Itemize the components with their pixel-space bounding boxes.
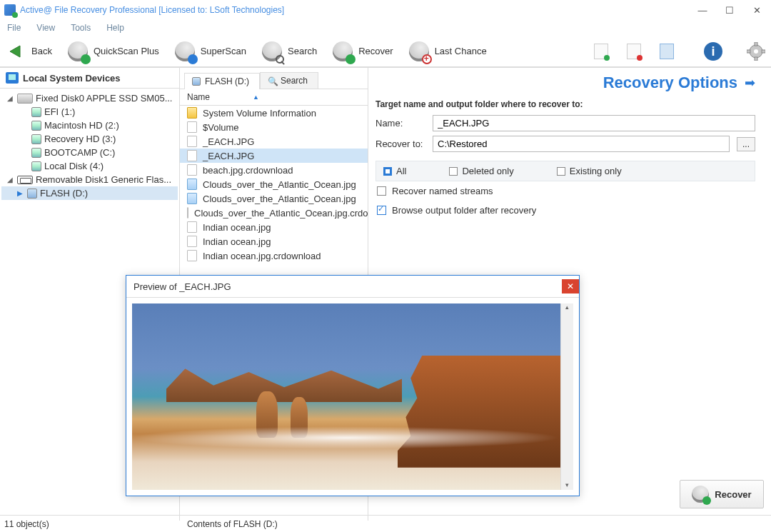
volume-icon — [27, 189, 37, 199]
doc-delete-icon[interactable] — [627, 44, 641, 59]
tab-flash[interactable]: FLASH (D:) — [184, 73, 260, 89]
file-row[interactable]: Clouds_over_the_Atlantic_Ocean.jpg — [180, 177, 368, 191]
file-name: _EACH.JPG — [203, 151, 254, 161]
monitor-icon — [6, 72, 19, 84]
tree-disk1-label: Removable Disk1 Generic Flas... — [36, 174, 171, 185]
filter-all-label: All — [396, 166, 406, 176]
named-streams-label: Recover named streams — [392, 186, 493, 196]
tree-disk0-label: Fixed Disk0 APPLE SSD SM05... — [36, 93, 172, 104]
status-object-count: 11 object(s) — [0, 519, 180, 529]
preview-window[interactable]: Preview of _EACH.JPG ✕ ▴ ▾ — [126, 275, 580, 496]
file-icon — [187, 121, 197, 133]
drive-icon — [175, 41, 195, 61]
maximize-button[interactable]: ☐ — [724, 5, 735, 16]
checkbox-icon — [377, 186, 386, 196]
tree-disk1[interactable]: ◢ Removable Disk1 Generic Flas... — [1, 173, 178, 186]
filter-deleted[interactable]: Deleted only — [449, 166, 513, 176]
recover-action-label: Recover — [715, 489, 751, 500]
tree-vol-bootcamp[interactable]: BOOTCAMP (C:) — [1, 146, 178, 159]
file-name: Clouds_over_the_Atlantic_Ocean.jpg.crdow… — [194, 208, 368, 219]
expand-arrow-icon[interactable]: ▶ — [17, 189, 24, 197]
vol-label: EFI (1:) — [44, 106, 75, 117]
close-button[interactable]: ✕ — [751, 5, 762, 16]
tree-vol-localdisk[interactable]: Local Disk (4:) — [1, 159, 178, 173]
tree-vol-efi[interactable]: EFI (1:) — [1, 105, 178, 119]
menu-view[interactable]: View — [36, 23, 55, 33]
browse-after-check[interactable]: Browse output folder after recovery — [376, 201, 755, 220]
preview-image — [132, 303, 560, 490]
file-row[interactable]: Indian ocean.jpg.crdownload — [180, 249, 368, 263]
preview-close-button[interactable]: ✕ — [562, 279, 579, 293]
collapse-arrow-icon[interactable]: ◢ — [7, 176, 14, 184]
column-header-name[interactable]: Name ▲ — [180, 89, 368, 106]
name-input[interactable] — [433, 115, 755, 131]
named-streams-check[interactable]: Recover named streams — [376, 181, 755, 201]
browse-button[interactable]: ... — [737, 137, 755, 151]
minimize-button[interactable]: — — [697, 5, 708, 16]
tree-vol-macintosh[interactable]: Macintosh HD (2:) — [1, 119, 178, 132]
drive-icon — [68, 41, 88, 61]
doc-ok-icon[interactable] — [594, 44, 608, 59]
filter-existing-label: Existing only — [570, 166, 622, 176]
recover-to-input[interactable] — [433, 136, 730, 152]
search-button[interactable]: Search — [262, 41, 317, 61]
menu-tools[interactable]: Tools — [71, 23, 91, 33]
recover-action-button[interactable]: Recover — [680, 480, 764, 508]
file-row[interactable]: $Volume — [180, 120, 368, 134]
vol-label: Local Disk (4:) — [44, 161, 104, 171]
doc-selected-icon[interactable] — [660, 44, 674, 59]
menu-file[interactable]: File — [7, 23, 21, 33]
quickscan-button[interactable]: QuickScan Plus — [68, 41, 159, 61]
file-name: Clouds_over_the_Atlantic_Ocean.jpg — [203, 194, 356, 204]
vol-label: Macintosh HD (2:) — [44, 120, 119, 131]
usb-icon — [17, 176, 33, 184]
back-button[interactable]: Back — [6, 41, 52, 61]
search-icon: 🔍 — [268, 76, 276, 85]
scroll-up-icon[interactable]: ▴ — [561, 303, 573, 311]
preview-scrollbar[interactable]: ▴ ▾ — [560, 303, 573, 490]
tree-disk0[interactable]: ◢ Fixed Disk0 APPLE SSD SM05... — [1, 91, 178, 105]
file-row[interactable]: Clouds_over_the_Atlantic_Ocean.jpg — [180, 191, 368, 206]
file-row[interactable]: _EACH.JPG — [180, 134, 368, 149]
vol-label: FLASH (D:) — [40, 188, 88, 199]
lastchance-button[interactable]: Last Chance — [409, 41, 487, 61]
lastchance-label: Last Chance — [435, 46, 487, 56]
filter-deleted-label: Deleted only — [462, 166, 513, 176]
recover-label: Recover — [358, 46, 393, 56]
drive-recover-icon — [692, 486, 709, 503]
file-row[interactable]: beach.jpg.crdownload — [180, 163, 368, 177]
scroll-down-icon[interactable]: ▾ — [561, 481, 573, 488]
tree-vol-recovery[interactable]: Recovery HD (3:) — [1, 132, 178, 146]
svg-rect-3 — [755, 57, 757, 61]
recover-to-label: Recover to: — [376, 139, 425, 149]
file-row[interactable]: _EACH.JPG — [180, 149, 368, 163]
collapse-arrow-icon[interactable]: ◢ — [7, 94, 14, 102]
tab-search[interactable]: 🔍 Search — [260, 72, 318, 89]
tab-flash-label: FLASH (D:) — [205, 76, 249, 86]
folder-icon — [187, 107, 197, 119]
next-arrow-icon[interactable]: ➡ — [745, 75, 755, 91]
file-name: Indian ocean.jpg.crdownload — [203, 251, 321, 261]
tree-vol-flash[interactable]: ▶ FLASH (D:) — [1, 186, 178, 200]
checkbox-icon — [377, 206, 386, 215]
recover-button[interactable]: Recover — [333, 41, 393, 61]
sort-ascending-icon: ▲ — [253, 94, 259, 101]
sidebar-header-label: Local System Devices — [23, 73, 121, 84]
superscan-label: SuperScan — [201, 46, 246, 56]
preview-titlebar[interactable]: Preview of _EACH.JPG ✕ — [126, 276, 579, 298]
file-name: System Volume Information — [203, 108, 316, 119]
filter-all[interactable]: All — [383, 166, 406, 176]
volume-icon — [31, 148, 41, 158]
info-icon[interactable]: i — [704, 42, 722, 61]
file-row[interactable]: Indian ocean.jpg — [180, 220, 368, 234]
file-row[interactable]: Indian ocean.jpg — [180, 234, 368, 249]
superscan-button[interactable]: SuperScan — [175, 41, 246, 61]
settings-gear-icon[interactable] — [747, 42, 765, 61]
menu-help[interactable]: Help — [106, 23, 124, 33]
svg-rect-5 — [762, 50, 765, 53]
filter-existing[interactable]: Existing only — [557, 166, 622, 176]
volume-icon — [31, 107, 41, 117]
file-row[interactable]: System Volume Information — [180, 106, 368, 120]
app-icon — [4, 4, 16, 16]
file-row[interactable]: Clouds_over_the_Atlantic_Ocean.jpg.crdow… — [180, 206, 368, 220]
